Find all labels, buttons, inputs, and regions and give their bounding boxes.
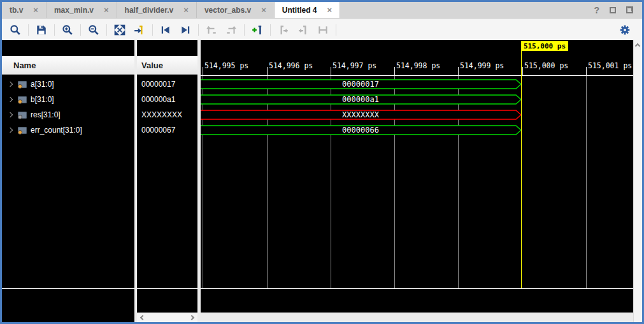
tab-tb-v[interactable]: tb.v × [2,2,47,18]
snap-to-transition-icon[interactable] [316,23,330,37]
zoom-fit-icon[interactable] [113,23,127,37]
tab-vector-abs-v[interactable]: vector_abs.v × [197,2,275,18]
swap-cursors-alt-icon[interactable] [224,23,238,37]
zoom-in-icon[interactable] [61,23,75,37]
search-icon[interactable] [8,23,22,37]
zoom-out-icon[interactable] [87,23,101,37]
settings-gear-icon[interactable] [618,23,632,37]
help-icon[interactable]: ? [594,5,599,15]
timeline-tick-label: 514,996 ps [269,61,313,70]
tab-bar: tb.v × max_min.v × half_divider.v × vect… [2,2,642,18]
bus-signal-icon [18,81,27,88]
timeline-tick-label: 514,997 ps [333,61,376,70]
tab-max-min-v[interactable]: max_min.v × [47,2,117,18]
next-marker-icon[interactable] [296,23,310,37]
signal-name: err_count[31:0] [31,126,82,135]
signal-row-err-count[interactable]: err_count[31:0] [2,122,134,138]
timeline-tick-mark [331,67,331,75]
close-icon[interactable]: × [183,6,189,14]
timeline-tick-label: 514,998 ps [396,61,440,70]
waveform-canvas[interactable]: 515,000 ps 514,995 ps514,996 ps514,997 p… [201,40,634,313]
expand-chevron-icon[interactable] [8,97,13,102]
maximize-icon[interactable] [610,7,616,13]
signal-name: a[31:0] [31,80,54,89]
timeline-tick-label: 515,000 ps [524,61,568,70]
bus-wave-value: 00000066 [342,126,379,135]
time-cursor-line[interactable] [521,51,522,288]
panel-separator-line [201,288,634,289]
scroll-up-icon[interactable] [635,43,640,48]
panel-separator-line [2,288,134,289]
name-column-header[interactable]: Name [2,56,134,75]
value-horizontal-scrollbar[interactable] [137,313,197,322]
signal-value[interactable]: 00000017 [137,77,197,92]
add-marker-icon[interactable] [250,23,264,37]
timeline-tick-label: 514,995 ps [204,61,248,70]
timeline-tick-mark [458,67,459,75]
wave-window-body: Name a[31:0] b[31:0] res[31:0] [2,40,642,322]
go-to-time-cursor-icon[interactable] [132,23,147,37]
close-icon[interactable]: × [327,6,333,14]
signal-name: b[31:0] [31,95,54,104]
bus-wave-value: 000000a1 [342,95,379,104]
timeline-tick-mark [203,67,203,75]
panel-separator-line [137,288,197,289]
scroll-left-icon[interactable] [140,315,145,320]
bus-signal-icon [18,112,27,119]
wave-vertical-scrollbar[interactable] [633,40,642,322]
expand-chevron-icon[interactable] [8,112,13,117]
previous-marker-icon[interactable] [276,23,290,37]
scroll-right-icon[interactable] [189,315,194,320]
wave-viewer: tb.v × max_min.v × half_divider.v × vect… [2,2,642,322]
close-icon[interactable]: × [261,6,266,14]
bus-signal-icon [18,96,27,103]
close-icon[interactable]: × [104,6,109,14]
time-cursor-label[interactable]: 515,000 ps [521,41,568,51]
signal-row-res[interactable]: res[31:0] [2,107,134,122]
tab-half-divider-v[interactable]: half_divider.v × [117,2,197,18]
timeline-tick-label: 515,001 ps [588,61,632,70]
bus-signal-icon [18,127,27,134]
swap-cursors-icon[interactable] [204,23,218,37]
signal-name: res[31:0] [31,110,61,119]
tab-untitled-4[interactable]: Untitled 4 × [275,2,340,18]
previous-transition-icon[interactable] [159,23,173,37]
signal-value[interactable]: XXXXXXXX [137,107,197,122]
tab-label: tb.v [10,6,23,15]
bus-wave-value: 00000017 [342,80,379,89]
signal-name-rows: a[31:0] b[31:0] res[31:0] err_count[31:0… [2,77,134,138]
signal-name-panel: Name a[31:0] b[31:0] res[31:0] [2,40,134,322]
wave-toolbar [2,19,642,40]
float-window-icon[interactable] [626,6,633,13]
signal-row-a[interactable]: a[31:0] [2,77,134,92]
window-buttons: ? [594,2,642,18]
timeline-tick-mark [586,67,587,75]
timeline-tick-mark [394,67,395,75]
signal-value[interactable]: 00000067 [137,122,197,138]
bus-wave-value: XXXXXXXX [342,110,380,119]
expand-chevron-icon[interactable] [8,128,13,133]
timeline-tick-mark [522,67,523,75]
tab-label: max_min.v [54,6,94,15]
close-icon[interactable]: × [33,6,38,14]
signal-row-b[interactable]: b[31:0] [2,92,134,107]
bus-waveforms: 00000017000000a1XXXXXXXX00000066 [201,76,634,146]
tab-label: vector_abs.v [204,6,251,15]
signal-value[interactable]: 000000a1 [137,92,197,107]
value-column-header[interactable]: Value [137,56,197,75]
expand-chevron-icon[interactable] [8,82,13,87]
tab-label: Untitled 4 [282,6,317,15]
next-transition-icon[interactable] [178,23,192,37]
tab-label: half_divider.v [125,6,174,15]
save-icon[interactable] [34,23,48,37]
app-window: tb.v × max_min.v × half_divider.v × vect… [0,0,644,324]
signal-value-panel: Value 00000017 000000a1 XXXXXXXX 0000006… [137,40,197,322]
timeline-tick-label: 514,999 ps [460,61,504,70]
signal-value-rows: 00000017 000000a1 XXXXXXXX 00000067 [137,77,197,138]
timeline-tick-mark [267,67,268,75]
